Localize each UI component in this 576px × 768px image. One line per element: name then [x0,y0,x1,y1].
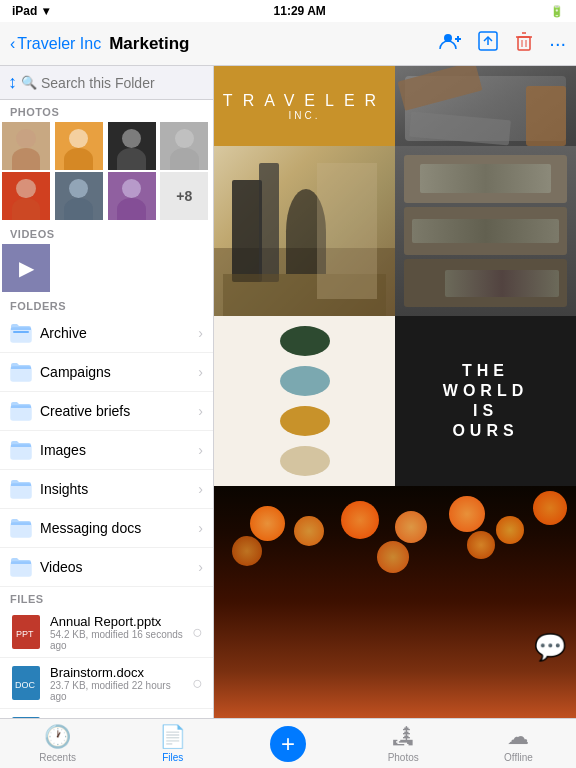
svg-rect-15 [11,484,31,498]
play-icon: ▶ [19,256,34,280]
tab-files[interactable]: 📄 Files [115,724,230,763]
world-line-3: IS [473,402,498,420]
world-line-1: THE [462,362,509,380]
folders-label: FOLDERS [0,294,213,314]
nav-bar: ‹ Traveler Inc Marketing [0,22,576,66]
color-swatches [214,316,395,486]
brand-sub: INC. [223,110,386,121]
folder-name-messaging-docs: Messaging docs [40,520,190,536]
nav-icons: ··· [439,30,566,58]
file-item-annual-report[interactable]: PPT Annual Report.pptx 54.2 KB, modified… [0,607,213,658]
file-item-campaign-faq[interactable]: DOC Campaign FAQ.docx 23.7 KB, modified … [0,709,213,718]
search-bar: ↕ 🔍 ⊞ [0,66,213,100]
photo-thumb-more[interactable]: +8 [160,172,208,220]
photo-thumb-4[interactable] [160,122,208,170]
brand-banner: TRAVELER INC. [214,66,395,146]
svg-rect-10 [11,328,31,342]
search-input[interactable] [41,75,214,91]
file-check-annual-report[interactable]: ○ [192,622,203,643]
lantern-photo [214,486,576,718]
file-icon-pptx: PPT [10,613,42,651]
wifi-icon: ▾ [43,4,49,18]
offline-icon: ☁ [507,724,529,750]
folder-item-archive[interactable]: Archive › [0,314,213,353]
chevron-insights: › [198,481,203,497]
svg-rect-17 [11,562,31,576]
more-icon[interactable]: ··· [549,32,566,55]
svg-text:DOC: DOC [15,680,36,690]
folder-item-creative-briefs[interactable]: Creative briefs › [0,392,213,431]
back-label: Traveler Inc [17,35,101,53]
photo-grid: +8 [0,120,213,222]
photos-tab-icon: 🏞 [392,724,414,750]
status-bar-time: 11:29 AM [274,4,326,18]
left-scroll-area: PHOTOS [0,100,213,718]
file-meta-brainstorm: 23.7 KB, modified 22 hours ago [50,680,184,702]
svg-rect-13 [11,406,31,420]
photo-thumb-6[interactable] [55,172,103,220]
tab-photos-label: Photos [388,752,419,763]
fish-preview-top [395,66,576,146]
folder-name-images: Images [40,442,190,458]
file-check-brainstorm[interactable]: ○ [192,673,203,694]
tab-files-label: Files [162,752,183,763]
main-layout: ↕ 🔍 ⊞ PHOTOS [0,66,576,718]
tab-offline[interactable]: ☁ Offline [461,724,576,763]
photo-thumb-5[interactable] [2,172,50,220]
trash-icon[interactable] [513,30,535,58]
folder-item-messaging-docs[interactable]: Messaging docs › [0,509,213,548]
tab-bar: 🕐 Recents 📄 Files + 🏞 Photos ☁ Offline [0,718,576,768]
svg-text:PPT: PPT [16,629,34,639]
status-bar-right: 🔋 [550,5,564,18]
folder-name-videos: Videos [40,559,190,575]
file-meta-annual-report: 54.2 KB, modified 16 seconds ago [50,629,184,651]
fish-detail-photo [395,146,576,316]
svg-rect-16 [11,523,31,537]
tab-recents[interactable]: 🕐 Recents [0,724,115,763]
file-item-brainstorm[interactable]: DOC Brainstorm.docx 23.7 KB, modified 22… [0,658,213,709]
add-person-icon[interactable] [439,31,463,57]
folder-item-insights[interactable]: Insights › [0,470,213,509]
chat-icon[interactable]: 💬 [534,632,566,663]
files-label: FILES [0,587,213,607]
file-icon-brainstorm: DOC [10,664,42,702]
video-thumb-1[interactable]: ▶ [2,244,50,292]
world-line-4: OURS [452,422,518,440]
chevron-left-icon: ‹ [10,35,15,53]
folder-icon-videos [10,556,32,578]
folder-name-creative-briefs: Creative briefs [40,403,190,419]
swatch-blue [280,366,330,396]
folder-name-campaigns: Campaigns [40,364,190,380]
photo-thumb-2[interactable] [55,122,103,170]
tab-photos[interactable]: 🏞 Photos [346,724,461,763]
svg-rect-11 [13,331,29,333]
video-grid: ▶ [0,242,213,294]
file-info-annual-report: Annual Report.pptx 54.2 KB, modified 16 … [50,614,184,651]
folder-icon-messaging-docs [10,517,32,539]
folder-icon-insights [10,478,32,500]
nav-title: Marketing [109,34,431,54]
folder-item-videos[interactable]: Videos › [0,548,213,587]
folder-item-images[interactable]: Images › [0,431,213,470]
swatch-sand [280,446,330,476]
add-button[interactable]: + [270,726,306,762]
svg-rect-14 [11,445,31,459]
right-panel: TRAVELER INC. [214,66,576,718]
world-text-card: THE WORLD IS OURS [395,316,576,486]
sort-icon[interactable]: ↕ [8,72,17,93]
back-button[interactable]: ‹ Traveler Inc [10,35,101,53]
photo-thumb-1[interactable] [2,122,50,170]
chevron-videos: › [198,559,203,575]
photo-thumb-3[interactable] [108,122,156,170]
folder-item-campaigns[interactable]: Campaigns › [0,353,213,392]
status-bar: iPad ▾ 11:29 AM 🔋 [0,0,576,22]
tab-add[interactable]: + [230,726,345,762]
photos-label: PHOTOS [0,100,213,120]
folder-icon-images [10,439,32,461]
file-info-brainstorm: Brainstorm.docx 23.7 KB, modified 22 hou… [50,665,184,702]
photo-thumb-7[interactable] [108,172,156,220]
folder-icon-campaigns [10,361,32,383]
upload-icon[interactable] [477,30,499,58]
swatch-green [280,326,330,356]
svg-rect-12 [11,367,31,381]
